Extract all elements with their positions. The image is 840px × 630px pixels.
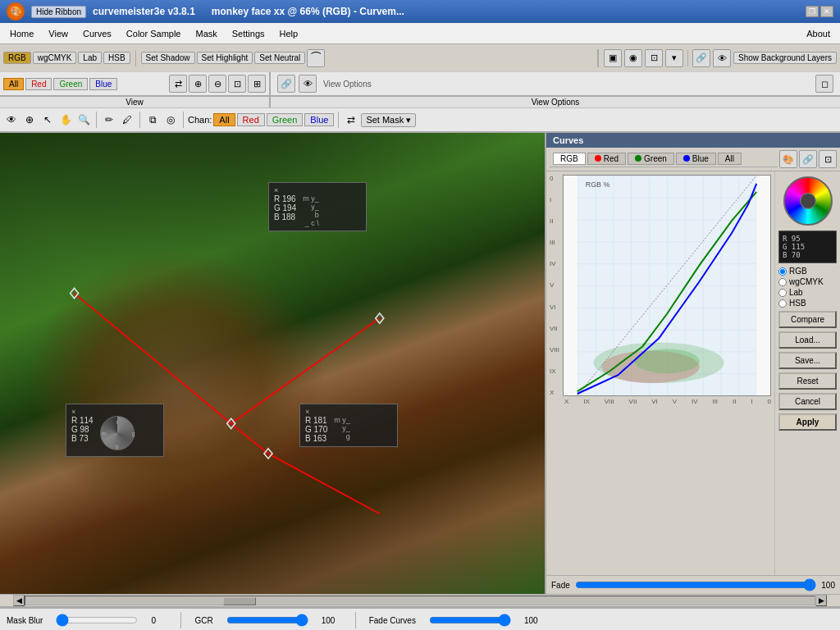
close-button[interactable]: ✕	[820, 6, 833, 17]
curves-color-icon[interactable]: 🎨	[779, 150, 797, 168]
tab-rgb[interactable]: RGB	[553, 153, 586, 165]
curves-expand-icon[interactable]: ⊡	[819, 150, 837, 168]
chan-blue-tool[interactable]: Blue	[304, 113, 334, 126]
window-controls: ❒ ✕	[806, 6, 833, 17]
curves-graph[interactable]: RGB %	[563, 175, 771, 396]
set-highlight-button[interactable]: Set Highlight	[197, 52, 253, 64]
menu-mask[interactable]: Mask	[189, 27, 223, 40]
color-mode-radios: RGB wgCMYK Lab HSB	[778, 267, 837, 308]
gcr-slider[interactable]	[226, 614, 308, 627]
scroll-right-arrow[interactable]: ▶	[815, 595, 827, 606]
curves-link-icon[interactable]: 🔗	[799, 150, 817, 168]
eyedropper-tool[interactable]: 🖊	[119, 112, 135, 128]
pencil-tool[interactable]: ✏	[101, 112, 117, 128]
rgb-tab[interactable]: RGB	[3, 52, 31, 64]
view-options-icon[interactable]: ▾	[665, 49, 683, 67]
show-bg-layers-button[interactable]: Show Background Layers	[733, 52, 837, 64]
menu-home[interactable]: Home	[3, 27, 40, 40]
tab-green[interactable]: Green	[628, 153, 674, 165]
fade-value: 100	[821, 581, 835, 590]
menu-settings[interactable]: Settings	[226, 27, 272, 40]
info-box-1: × R 196 G 194 B 188 m y_ y_ b _ c \	[268, 182, 367, 231]
image-icon2[interactable]: ◉	[624, 49, 642, 67]
horizontal-scrollbar[interactable]: ◀ ▶	[0, 594, 840, 607]
tab-all[interactable]: All	[718, 153, 742, 165]
channel-green[interactable]: Green	[53, 78, 88, 90]
cursor-tool[interactable]: ↖	[39, 112, 56, 128]
zoom-in-icon[interactable]: ⊕	[189, 75, 207, 93]
menu-bar: Home View Curves Color Sample Mask Setti…	[0, 23, 840, 44]
fade-slider[interactable]	[575, 578, 817, 591]
circle-tool[interactable]: ⊕	[21, 112, 38, 128]
lock-icon[interactable]: 🔗	[692, 49, 710, 67]
app-icon: 🎨	[7, 2, 25, 21]
radio-rgb[interactable]: RGB	[778, 267, 837, 276]
image-icon3[interactable]: ⊡	[645, 49, 663, 67]
menu-curves[interactable]: Curves	[76, 27, 118, 40]
image-icon1[interactable]: ▣	[604, 49, 622, 67]
chan-red-tool[interactable]: Red	[237, 113, 265, 126]
section-labels: View View Options	[0, 97, 840, 108]
swap-icon[interactable]: ⇄	[169, 75, 187, 93]
title-text: curvemeister3e v3.8.1 monkey face xx @ 6…	[93, 6, 799, 17]
radio-wgcmyk[interactable]: wgCMYK	[778, 277, 837, 286]
channel-red[interactable]: Red	[25, 78, 52, 90]
curves-panel: Curves RGB Red Green Blue All 🎨 🔗 ⊡	[545, 133, 840, 594]
zoom-tool[interactable]: 🔍	[75, 112, 92, 128]
tab-red[interactable]: Red	[587, 153, 626, 165]
eye-icon[interactable]: 👁	[713, 49, 731, 67]
mask-blur-label: Mask Blur	[7, 616, 43, 625]
compare-button[interactable]: Compare	[778, 311, 837, 328]
canvas-area[interactable]: × R 196 G 194 B 188 m y_ y_ b _ c \	[0, 133, 545, 594]
set-mask-button[interactable]: Set Mask ▾	[361, 113, 416, 127]
channel-blue[interactable]: Blue	[89, 78, 117, 90]
expand-icon[interactable]: ◻	[815, 75, 833, 93]
radio-lab[interactable]: Lab	[778, 288, 837, 297]
link-icon[interactable]: 🔗	[277, 75, 295, 93]
scroll-track[interactable]	[25, 596, 815, 605]
chan-label: Chan:	[188, 115, 212, 125]
apply-button[interactable]: Apply	[778, 413, 837, 431]
restore-button[interactable]: ❒	[806, 6, 819, 17]
fade-row: Fade 100	[546, 575, 840, 594]
menu-help[interactable]: Help	[273, 27, 305, 40]
zoom-fit-icon[interactable]: ⊡	[228, 75, 246, 93]
bg-eye-icon[interactable]: 👁	[299, 75, 317, 93]
tab-blue[interactable]: Blue	[676, 153, 716, 165]
curves-right-controls: R 95 G 115 B 70 RGB wgCMYK	[774, 171, 840, 575]
scroll-thumb[interactable]	[223, 597, 256, 605]
wgcmyk-tab[interactable]: wgCMYK	[33, 52, 77, 64]
set-shadow-button[interactable]: Set Shadow	[141, 52, 195, 64]
curves-graph-area: 0 I II III IV V VI VII VIII IX X	[546, 171, 774, 575]
save-button[interactable]: Save...	[778, 352, 837, 369]
load-button[interactable]: Load...	[778, 331, 837, 349]
zoom-100-icon[interactable]: ⊞	[248, 75, 266, 93]
set-neutral-button[interactable]: Set Neutral	[254, 52, 305, 64]
menu-color-sample[interactable]: Color Sample	[120, 27, 188, 40]
chan-all-tool[interactable]: All	[213, 113, 235, 126]
mask-blur-slider[interactable]	[56, 614, 138, 627]
zoom-out-icon[interactable]: ⊖	[208, 75, 226, 93]
hand-tool[interactable]: ✋	[57, 112, 74, 128]
mask-swap-icon[interactable]: ⇄	[343, 112, 359, 128]
curves-tabs: RGB Red Green Blue All	[550, 151, 778, 167]
curves-header: Curves	[546, 133, 840, 148]
mask-blur-value: 0	[151, 616, 167, 625]
copy-tool[interactable]: ⧉	[144, 112, 161, 128]
title-bar: 🎨 Hide Ribbon curvemeister3e v3.8.1 monk…	[0, 0, 840, 23]
channel-all[interactable]: All	[3, 78, 24, 90]
eye-tool[interactable]: 👁	[3, 112, 20, 128]
menu-view[interactable]: View	[42, 27, 75, 40]
lab-tab[interactable]: Lab	[78, 52, 102, 64]
chan-green-tool[interactable]: Green	[267, 113, 304, 126]
radio-hsb[interactable]: HSB	[778, 299, 837, 308]
cancel-button[interactable]: Cancel	[778, 393, 837, 410]
fade-curves-slider[interactable]	[429, 614, 511, 627]
target-tool[interactable]: ◎	[162, 112, 179, 128]
scroll-left-arrow[interactable]: ◀	[13, 595, 25, 606]
hsb-tab[interactable]: HSB	[103, 52, 130, 64]
hide-ribbon-button[interactable]: Hide Ribbon	[31, 6, 86, 18]
menu-about[interactable]: About	[800, 27, 837, 40]
eyedropper-icon[interactable]: ⁀	[307, 49, 325, 67]
reset-button[interactable]: Reset	[778, 372, 837, 390]
